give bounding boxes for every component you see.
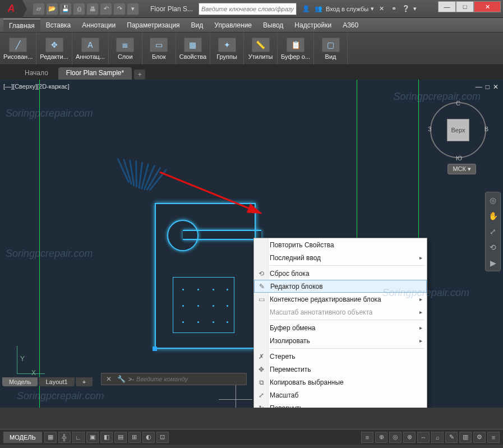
nav-wheel-icon[interactable]: ◎ [487, 195, 499, 206]
layout-tab-1[interactable]: Layout1 [39, 377, 74, 386]
add-tab-button[interactable]: + [134, 70, 145, 80]
nav-zoom-icon[interactable]: ⤢ [487, 226, 499, 237]
ribbon-panel-8[interactable]: 📋Буфер о... [278, 33, 314, 64]
vp-close-icon[interactable]: ✕ [493, 83, 499, 91]
model-button[interactable]: МОДЕЛЬ [3, 432, 42, 443]
status-icon-18[interactable]: ≡ [487, 432, 500, 443]
drawing-area[interactable]: [—][Сверху][2D-каркас] — □ ✕ Y X [0, 80, 503, 408]
block-object[interactable] [155, 203, 256, 349]
status-icon-14[interactable]: ⌕ [431, 432, 444, 443]
menu-item-5[interactable]: Управление [209, 19, 257, 31]
nav-orbit-icon[interactable]: ⟲ [487, 242, 499, 253]
ucs-button[interactable]: МСК ▾ [447, 164, 476, 174]
context-item-13[interactable]: ⧉Копировать выбранные [254, 376, 427, 389]
context-item-11[interactable]: ✗Стереть [254, 350, 427, 363]
context-item-8[interactable]: Буфер обмена▸ [254, 321, 427, 334]
signin-dropdown-icon[interactable]: ▾ [371, 5, 374, 12]
cmd-close-icon[interactable]: ✕ [104, 374, 114, 384]
menu-item-3[interactable]: Параметризация [121, 19, 185, 31]
ribbon-panel-6[interactable]: ✦Группы [210, 33, 244, 64]
nav-pan-icon[interactable]: ✋ [487, 210, 499, 221]
cmd-tool-icon[interactable]: 🔧 [116, 374, 126, 384]
ribbon-panel-2[interactable]: AАннотац... [72, 33, 109, 64]
viewcube[interactable]: Верх С Ю В З [430, 102, 486, 158]
qat-print-icon[interactable]: 🖶 [86, 3, 99, 15]
nav-showmotion-icon[interactable]: ▶ [487, 257, 499, 269]
ribbon-panel-0[interactable]: ╱Рисован... [0, 33, 36, 64]
grip-handle[interactable] [153, 347, 157, 351]
status-icon-11[interactable]: ◎ [389, 432, 402, 443]
status-icon-2[interactable]: ∟ [72, 432, 85, 443]
status-icon-10[interactable]: ⊕ [375, 432, 387, 443]
maximize-button[interactable]: □ [456, 1, 474, 12]
context-item-1[interactable]: Последний ввод▸ [254, 251, 427, 264]
qat-undo-icon[interactable]: ↶ [100, 3, 112, 15]
signin-area[interactable]: 👤 👥 Вход в службы ▾ ✕ ⚭ ❔ ▾ [301, 4, 417, 14]
status-icon-6[interactable]: ⊞ [128, 432, 141, 443]
status-icon-9[interactable]: ≡ [361, 432, 373, 443]
compass-e[interactable]: В [484, 126, 488, 132]
status-icon-0[interactable]: ▦ [44, 432, 57, 443]
command-line[interactable]: ✕ 🔧 >- [101, 373, 247, 385]
ribbon-panel-3[interactable]: ≣Слои [109, 33, 142, 64]
app-logo[interactable]: A [0, 0, 22, 18]
menu-item-8[interactable]: A360 [337, 19, 364, 31]
document-tab-0[interactable]: Начало [17, 67, 56, 80]
help-dropdown-icon[interactable]: ▾ [413, 5, 417, 12]
context-item-9[interactable]: Изолировать▸ [254, 334, 427, 347]
status-icon-3[interactable]: ▣ [86, 432, 99, 443]
status-icon-15[interactable]: ✎ [445, 432, 458, 443]
context-item-3[interactable]: ⟲Сброс блока [254, 267, 427, 280]
document-tab-1[interactable]: Floor Plan Sample* [58, 67, 132, 80]
compass-w[interactable]: З [428, 126, 432, 132]
status-icon-5[interactable]: ▤ [114, 432, 127, 443]
minimize-button[interactable]: — [438, 1, 456, 12]
add-layout-button[interactable]: + [76, 377, 93, 386]
submenu-arrow-icon: ▸ [419, 325, 422, 331]
qat-redo-icon[interactable]: ↷ [113, 3, 126, 15]
ribbon-panel-9[interactable]: ▢Вид [314, 33, 348, 64]
menu-item-6[interactable]: Вывод [257, 19, 289, 31]
context-item-14[interactable]: ⤢Масштаб [254, 389, 427, 401]
menu-item-7[interactable]: Надстройки [289, 19, 337, 31]
menu-item-1[interactable]: Вставка [40, 19, 77, 31]
ribbon-panel-7[interactable]: 📏Утилиты [244, 33, 278, 64]
menu-item-2[interactable]: Аннотации [76, 19, 121, 31]
context-item-4[interactable]: ✎Редактор блоков [254, 280, 427, 293]
status-icon-7[interactable]: ◐ [142, 432, 155, 443]
viewport-label[interactable]: [—][Сверху][2D-каркас] [3, 83, 70, 90]
layout-tab-0[interactable]: Модель [2, 377, 38, 386]
vp-max-icon[interactable]: □ [486, 83, 490, 91]
context-item-0[interactable]: Повторить Свойства [254, 238, 427, 251]
status-icon-12[interactable]: ⊗ [403, 432, 416, 443]
context-item-15[interactable]: ↻Повернуть [254, 401, 427, 408]
qat-dropdown-icon[interactable]: ▾ [127, 3, 139, 15]
viewcube-face[interactable]: Верх [447, 119, 469, 141]
context-item-12[interactable]: ✥Переместить [254, 363, 427, 376]
status-icon-1[interactable]: ╬ [58, 432, 71, 443]
close-button[interactable]: ✕ [474, 1, 501, 12]
help-icon[interactable]: ❔ [401, 4, 411, 14]
ribbon-panel-5[interactable]: ▦Свойства [176, 33, 210, 64]
status-icon-17[interactable]: ⚙ [473, 432, 486, 443]
status-icon-13[interactable]: ↔ [417, 432, 430, 443]
qat-saveas-icon[interactable]: ⎙ [73, 3, 85, 15]
qat-new-icon[interactable]: ▱ [33, 3, 45, 15]
status-icon-16[interactable]: ▥ [459, 432, 472, 443]
compass-n[interactable]: С [456, 100, 460, 107]
qat-save-icon[interactable]: 💾 [59, 3, 72, 15]
status-icon-4[interactable]: ◧ [100, 432, 113, 443]
status-icon-8[interactable]: ⊡ [156, 432, 169, 443]
cloud-icon[interactable]: ⚭ [389, 4, 399, 14]
vp-min-icon[interactable]: — [476, 83, 482, 91]
exchange-icon[interactable]: ✕ [376, 4, 386, 14]
qat-open-icon[interactable]: 📂 [46, 3, 58, 15]
menu-item-0[interactable]: Главная [3, 19, 40, 32]
compass-s[interactable]: Ю [456, 155, 462, 161]
ribbon-panel-1[interactable]: ✥Редакти... [36, 33, 72, 64]
menu-item-4[interactable]: Вид [186, 19, 209, 31]
search-input[interactable] [199, 3, 297, 15]
context-item-5[interactable]: ▭Контекстное редактирование блока▸ [254, 293, 427, 306]
command-input[interactable] [136, 376, 244, 382]
ribbon-panel-4[interactable]: ▭Блок [142, 33, 176, 64]
